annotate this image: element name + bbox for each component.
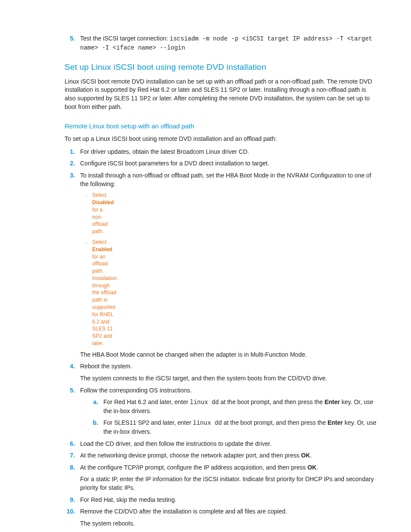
step-number: 4. xyxy=(65,362,80,371)
step-5b: 5. Follow the corresponding OS instructi… xyxy=(65,386,377,395)
step-number: 5. xyxy=(65,386,80,395)
step-number: 10. xyxy=(65,507,80,516)
step-4: 4. Reboot the system. xyxy=(65,362,377,371)
bold: Enter xyxy=(324,398,340,405)
step-number: 1. xyxy=(65,148,80,156)
text: . xyxy=(317,464,318,471)
step-number: 7. xyxy=(65,451,80,460)
step-6: 6. Load the CD driver, and then follow t… xyxy=(65,440,377,448)
step-8: 8. At the configure TCP/IP prompt, confi… xyxy=(65,464,377,472)
code: linux dd xyxy=(193,420,222,426)
step-text: For Red Hat, skip the media testing. xyxy=(80,496,377,504)
step-text: Remove the CD/DVD after the installation… xyxy=(80,507,377,516)
step-number: 3. xyxy=(65,171,80,188)
code: linux dd xyxy=(190,399,219,406)
step-text: At the networking device prompt, choose … xyxy=(80,451,377,460)
text: for a non-offload path. xyxy=(92,207,108,234)
bullet-text: Select Disabled for a non-offload path. xyxy=(92,192,114,235)
step-text: Load the CD driver, and then follow the … xyxy=(80,440,377,448)
substep-number: a. xyxy=(92,398,103,415)
step-3-bullet-enabled: ◦ Select Enabled for an offload path. In… xyxy=(80,239,88,347)
substep-text: For Red Hat 6.2 and later, enter linux d… xyxy=(103,398,377,415)
bold: Enabled xyxy=(92,246,112,252)
text: . xyxy=(310,452,312,459)
bold: OK xyxy=(308,464,317,471)
step-5: 5. Test the iSCSI target connection: isc… xyxy=(65,34,377,52)
heading-setup-linux-iscsi: Set up Linux iSCSI boot using remote DVD… xyxy=(65,62,377,73)
step-9: 9. For Red Hat, skip the media testing. xyxy=(65,496,377,504)
step-4-note: The system connects to the iSCSI target,… xyxy=(80,374,377,383)
step-10: 10. Remove the CD/DVD after the installa… xyxy=(65,507,377,516)
bullet-text: Select Enabled for an offload path. Inst… xyxy=(92,239,117,347)
step-7: 7. At the networking device prompt, choo… xyxy=(65,451,377,460)
step-3: 3. To install through a non-offload or o… xyxy=(65,171,377,188)
step-number: 9. xyxy=(65,496,80,504)
step-10-note: The system reboots. xyxy=(80,520,377,528)
para-setup: Linux iSCSI boot remote DVD installation… xyxy=(65,78,377,111)
step-number: 8. xyxy=(65,464,80,472)
step-text: Test the iSCSI target connection: iscsia… xyxy=(80,34,377,52)
step-text: For driver updates, obtain the latest Br… xyxy=(80,148,377,156)
step-5-a: a. For Red Hat 6.2 and later, enter linu… xyxy=(92,398,377,415)
text: at the boot prompt, and then press the xyxy=(222,419,327,426)
step-number: 6. xyxy=(65,440,80,448)
bold: Disabled xyxy=(92,199,114,205)
heading-remote-offload: Remote Linux boot setup with an offload … xyxy=(65,121,377,131)
bullet-icon: ◦ xyxy=(80,192,92,235)
bullet-icon: ◦ xyxy=(80,239,92,347)
step-5-b: b. For SLES11 SP2 and later, enter linux… xyxy=(92,419,377,436)
step-text: Configure iSCSI boot parameters for a DV… xyxy=(80,159,377,168)
text: at the boot prompt, and then press the xyxy=(219,398,324,405)
step-text: Reboot the system. xyxy=(80,362,377,371)
text: for an offload path. Installation throug… xyxy=(92,254,117,347)
text: For Red Hat 6.2 and later, enter xyxy=(103,398,190,405)
substep-text: For SLES11 SP2 and later, enter linux dd… xyxy=(103,419,377,436)
step-text: Follow the corresponding OS instructions… xyxy=(80,386,377,395)
step-number: 2. xyxy=(65,159,80,168)
text: For SLES11 SP2 and later, enter xyxy=(103,419,193,426)
bold: OK xyxy=(301,452,310,459)
text: Select xyxy=(92,239,106,245)
step-3-note: The HBA Boot Mode cannot be changed when… xyxy=(80,351,377,359)
step-lead: Test the iSCSI target connection: xyxy=(80,35,170,42)
bold: Enter xyxy=(327,419,343,426)
step-2: 2. Configure iSCSI boot parameters for a… xyxy=(65,159,377,168)
text: At the networking device prompt, choose … xyxy=(80,452,301,459)
para-remote: To set up a Linux iSCSI boot using remot… xyxy=(65,135,377,143)
step-text: At the configure TCP/IP prompt, configur… xyxy=(80,464,377,472)
text: Select xyxy=(92,192,106,198)
step-1: 1. For driver updates, obtain the latest… xyxy=(65,148,377,156)
text: At the configure TCP/IP prompt, configur… xyxy=(80,464,308,471)
step-3-bullet-disabled: ◦ Select Disabled for a non-offload path… xyxy=(80,192,88,235)
substep-number: b. xyxy=(92,419,103,436)
step-8-note: For a static IP, enter the IP informatio… xyxy=(80,475,377,492)
step-number: 5. xyxy=(65,34,80,52)
step-text: To install through a non-offload or offl… xyxy=(80,171,377,188)
